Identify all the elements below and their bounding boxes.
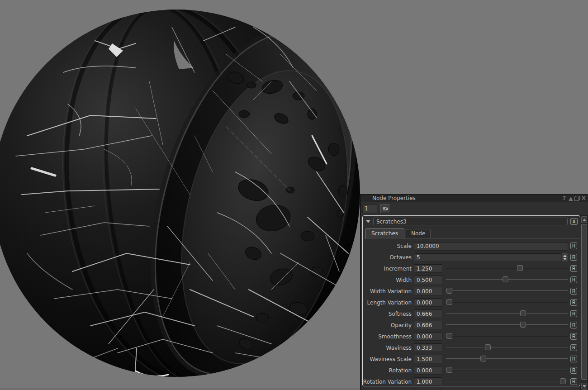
param-label: Width Variation <box>363 288 414 295</box>
reset-button[interactable]: R <box>570 254 577 261</box>
width-variation-input[interactable] <box>414 287 442 295</box>
param-row-rotation-variation: Rotation Variation R <box>363 376 577 386</box>
max-panels-input[interactable] <box>362 204 377 213</box>
node-panel-scratches3: x Scratches Node Scale R Octaves <box>362 215 580 386</box>
reset-button[interactable]: R <box>570 333 577 340</box>
param-row-rotation: Rotation R <box>363 365 577 376</box>
param-row-octaves: Octaves R <box>363 252 577 263</box>
param-row-waviness: Waviness R <box>363 342 577 353</box>
param-row-smoothness: Smoothness R <box>363 331 577 342</box>
stepper-down-icon[interactable] <box>563 258 567 260</box>
waviness-slider[interactable] <box>446 342 568 353</box>
opacity-slider[interactable] <box>446 319 568 331</box>
rotation-variation-input[interactable] <box>414 377 442 386</box>
length-variation-input[interactable] <box>414 298 442 307</box>
reset-button[interactable]: R <box>570 344 577 351</box>
node-header: x <box>363 216 580 225</box>
increment-slider[interactable] <box>446 263 568 274</box>
waviness-scale-input[interactable] <box>414 355 442 363</box>
collapse-icon[interactable] <box>366 220 370 223</box>
param-label: Octaves <box>363 254 414 261</box>
param-row-opacity: Opacity R <box>363 319 577 331</box>
max-panels-row <box>361 202 588 215</box>
slider-handle[interactable] <box>446 288 452 294</box>
smoothness-slider[interactable] <box>446 331 568 342</box>
scroll-down-icon <box>583 385 586 388</box>
float-window-icon[interactable] <box>574 196 580 201</box>
slider-track <box>446 313 568 314</box>
param-label: Scale <box>363 243 414 249</box>
slider-track <box>446 358 568 359</box>
length-variation-slider[interactable] <box>446 297 568 308</box>
slider-handle[interactable] <box>517 265 523 271</box>
smoothness-input[interactable] <box>414 332 442 341</box>
close-node-panel-button[interactable]: x <box>570 218 578 225</box>
param-row-scale: Scale R <box>363 240 577 252</box>
panel-titlebar[interactable]: Node Properties ? X <box>361 195 588 202</box>
slider-handle[interactable] <box>503 276 508 282</box>
reset-button[interactable]: R <box>570 243 577 249</box>
help-icon[interactable]: ? <box>561 195 567 201</box>
slider-handle[interactable] <box>480 356 486 361</box>
slider-handle[interactable] <box>446 367 452 373</box>
reset-button[interactable]: R <box>570 378 577 385</box>
application-window: Node Properties ? X x <box>0 0 588 390</box>
stepper-up-icon[interactable] <box>563 255 567 257</box>
waviness-input[interactable] <box>414 343 442 352</box>
slider-track <box>446 381 568 382</box>
clear-panels-button[interactable] <box>380 204 390 213</box>
reset-button[interactable]: R <box>570 299 577 306</box>
width-slider[interactable] <box>446 274 568 285</box>
tab-bar: Scratches Node <box>365 229 580 239</box>
slider-handle[interactable] <box>520 310 526 316</box>
rotation-variation-slider[interactable] <box>446 376 568 386</box>
slider-track <box>446 268 568 269</box>
tab-node[interactable]: Node <box>406 229 431 238</box>
rotation-input[interactable] <box>414 366 442 375</box>
panel-title: Node Properties <box>372 195 416 202</box>
reset-button[interactable]: R <box>570 288 577 295</box>
param-label: Softness <box>363 311 414 317</box>
slider-track <box>446 370 568 371</box>
tab-scratches[interactable]: Scratches <box>365 228 404 239</box>
octaves-input[interactable] <box>414 253 568 262</box>
param-row-increment: Increment R <box>363 263 577 274</box>
octaves-stepper[interactable] <box>561 253 568 262</box>
slider-handle[interactable] <box>446 333 452 339</box>
slider-handle[interactable] <box>520 322 526 328</box>
slider-handle[interactable] <box>446 299 452 305</box>
reset-button[interactable]: R <box>570 276 577 283</box>
param-row-softness: Softness R <box>363 308 577 319</box>
scale-input[interactable] <box>414 242 568 251</box>
param-label: Rotation <box>363 367 414 374</box>
close-panel-icon[interactable]: X <box>581 195 587 201</box>
reset-button[interactable]: R <box>570 265 577 272</box>
panel-scrollbar[interactable] <box>580 215 588 390</box>
scroll-up-icon <box>583 219 586 221</box>
reset-button[interactable]: R <box>570 322 577 328</box>
param-row-width-variation: Width Variation R <box>363 285 577 297</box>
softness-slider[interactable] <box>446 308 568 319</box>
param-row-waviness-scale: Waviness Scale R <box>363 353 577 365</box>
reset-button[interactable]: R <box>570 310 577 317</box>
node-name-input[interactable] <box>373 218 568 225</box>
scroll-up-button[interactable] <box>581 216 587 223</box>
softness-input[interactable] <box>414 309 442 318</box>
clear-panels-icon <box>383 206 389 211</box>
reset-button[interactable]: R <box>570 367 577 374</box>
reset-button[interactable]: R <box>570 356 577 362</box>
dock-icon[interactable] <box>569 197 573 201</box>
rotation-slider[interactable] <box>446 365 568 376</box>
slider-handle[interactable] <box>485 344 491 350</box>
width-input[interactable] <box>414 276 442 284</box>
param-label: Waviness <box>363 345 414 351</box>
slider-track <box>446 347 568 348</box>
increment-input[interactable] <box>414 264 442 273</box>
slider-handle[interactable] <box>560 378 566 384</box>
param-label: Waviness Scale <box>363 356 414 362</box>
width-variation-slider[interactable] <box>446 285 568 297</box>
waviness-scale-slider[interactable] <box>446 353 568 365</box>
scrollbar-thumb[interactable] <box>581 224 587 380</box>
scroll-down-button[interactable] <box>581 383 587 390</box>
opacity-input[interactable] <box>414 321 442 329</box>
